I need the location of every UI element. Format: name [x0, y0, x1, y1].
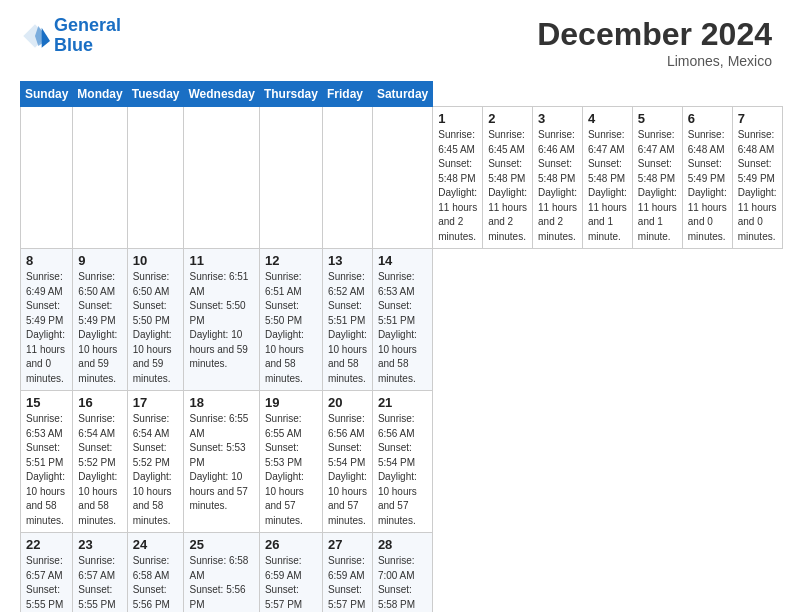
daylight: Daylight: 10 hours and 59 minutes. — [133, 329, 172, 384]
sunrise: Sunrise: 6:56 AM — [378, 413, 415, 439]
calendar-week-row: 8 Sunrise: 6:49 AM Sunset: 5:49 PM Dayli… — [21, 249, 783, 391]
table-row: 2 Sunrise: 6:45 AM Sunset: 5:48 PM Dayli… — [483, 107, 533, 249]
table-row — [127, 107, 184, 249]
sunset: Sunset: 5:50 PM — [133, 300, 170, 326]
table-row — [21, 107, 73, 249]
page: General Blue December 2024 Limones, Mexi… — [0, 0, 792, 612]
day-info: Sunrise: 6:47 AM Sunset: 5:48 PM Dayligh… — [588, 128, 627, 244]
calendar-body: 1 Sunrise: 6:45 AM Sunset: 5:48 PM Dayli… — [21, 107, 783, 613]
day-info: Sunrise: 6:58 AM Sunset: 5:56 PM Dayligh… — [133, 554, 179, 612]
sunrise: Sunrise: 6:50 AM — [133, 271, 170, 297]
sunset: Sunset: 5:57 PM — [265, 584, 302, 610]
day-info: Sunrise: 6:51 AM Sunset: 5:50 PM Dayligh… — [189, 270, 253, 372]
daylight: Daylight: 10 hours and 58 minutes. — [78, 471, 117, 526]
day-info: Sunrise: 6:52 AM Sunset: 5:51 PM Dayligh… — [328, 270, 367, 386]
day-info: Sunrise: 6:45 AM Sunset: 5:48 PM Dayligh… — [438, 128, 477, 244]
daylight: Daylight: 10 hours and 58 minutes. — [265, 329, 304, 384]
sunrise: Sunrise: 6:53 AM — [378, 271, 415, 297]
daylight: Daylight: 10 hours and 59 minutes. — [78, 329, 117, 384]
sunset: Sunset: 5:51 PM — [26, 442, 63, 468]
table-row: 4 Sunrise: 6:47 AM Sunset: 5:48 PM Dayli… — [582, 107, 632, 249]
sunrise: Sunrise: 6:45 AM — [438, 129, 475, 155]
sunset: Sunset: 5:50 PM — [189, 300, 245, 326]
sunrise: Sunrise: 6:50 AM — [78, 271, 115, 297]
col-monday: Monday — [73, 82, 127, 107]
day-info: Sunrise: 6:49 AM Sunset: 5:49 PM Dayligh… — [26, 270, 67, 386]
sunset: Sunset: 5:52 PM — [78, 442, 115, 468]
sunset: Sunset: 5:58 PM — [378, 584, 415, 610]
daylight: Daylight: 11 hours and 2 minutes. — [488, 187, 527, 242]
sunset: Sunset: 5:50 PM — [265, 300, 302, 326]
day-info: Sunrise: 6:53 AM Sunset: 5:51 PM Dayligh… — [26, 412, 67, 528]
day-number: 16 — [78, 395, 121, 410]
calendar-week-row: 15 Sunrise: 6:53 AM Sunset: 5:51 PM Dayl… — [21, 391, 783, 533]
day-number: 12 — [265, 253, 317, 268]
daylight: Daylight: 10 hours and 58 minutes. — [378, 329, 417, 384]
day-number: 4 — [588, 111, 627, 126]
table-row: 14 Sunrise: 6:53 AM Sunset: 5:51 PM Dayl… — [372, 249, 432, 391]
sunset: Sunset: 5:51 PM — [328, 300, 365, 326]
day-number: 24 — [133, 537, 179, 552]
table-row: 12 Sunrise: 6:51 AM Sunset: 5:50 PM Dayl… — [259, 249, 322, 391]
table-row: 15 Sunrise: 6:53 AM Sunset: 5:51 PM Dayl… — [21, 391, 73, 533]
sunrise: Sunrise: 6:55 AM — [189, 413, 248, 439]
table-row: 22 Sunrise: 6:57 AM Sunset: 5:55 PM Dayl… — [21, 533, 73, 613]
table-row: 16 Sunrise: 6:54 AM Sunset: 5:52 PM Dayl… — [73, 391, 127, 533]
day-number: 9 — [78, 253, 121, 268]
daylight: Daylight: 10 hours and 57 minutes. — [378, 471, 417, 526]
day-number: 18 — [189, 395, 253, 410]
table-row: 24 Sunrise: 6:58 AM Sunset: 5:56 PM Dayl… — [127, 533, 184, 613]
logo-text: General Blue — [54, 16, 121, 56]
table-row — [184, 107, 259, 249]
table-row: 6 Sunrise: 6:48 AM Sunset: 5:49 PM Dayli… — [682, 107, 732, 249]
sunrise: Sunrise: 6:59 AM — [328, 555, 365, 581]
col-thursday: Thursday — [259, 82, 322, 107]
daylight: Daylight: 11 hours and 0 minutes. — [688, 187, 727, 242]
table-row: 18 Sunrise: 6:55 AM Sunset: 5:53 PM Dayl… — [184, 391, 259, 533]
sunset: Sunset: 5:53 PM — [189, 442, 245, 468]
table-row: 17 Sunrise: 6:54 AM Sunset: 5:52 PM Dayl… — [127, 391, 184, 533]
sunrise: Sunrise: 6:56 AM — [328, 413, 365, 439]
calendar-week-row: 1 Sunrise: 6:45 AM Sunset: 5:48 PM Dayli… — [21, 107, 783, 249]
sunrise: Sunrise: 6:57 AM — [78, 555, 115, 581]
daylight: Daylight: 10 hours and 59 minutes. — [189, 329, 247, 369]
daylight: Daylight: 10 hours and 57 minutes. — [189, 471, 247, 511]
sunrise: Sunrise: 6:47 AM — [638, 129, 675, 155]
day-info: Sunrise: 6:59 AM Sunset: 5:57 PM Dayligh… — [328, 554, 367, 612]
logo-icon — [20, 21, 50, 51]
table-row — [73, 107, 127, 249]
day-info: Sunrise: 6:58 AM Sunset: 5:56 PM Dayligh… — [189, 554, 253, 612]
table-row: 7 Sunrise: 6:48 AM Sunset: 5:49 PM Dayli… — [732, 107, 782, 249]
daylight: Daylight: 11 hours and 2 minutes. — [538, 187, 577, 242]
day-info: Sunrise: 6:56 AM Sunset: 5:54 PM Dayligh… — [378, 412, 427, 528]
sunrise: Sunrise: 6:54 AM — [133, 413, 170, 439]
table-row: 1 Sunrise: 6:45 AM Sunset: 5:48 PM Dayli… — [433, 107, 483, 249]
sunset: Sunset: 5:48 PM — [488, 158, 525, 184]
sunset: Sunset: 5:54 PM — [328, 442, 365, 468]
table-row: 9 Sunrise: 6:50 AM Sunset: 5:49 PM Dayli… — [73, 249, 127, 391]
day-info: Sunrise: 6:48 AM Sunset: 5:49 PM Dayligh… — [688, 128, 727, 244]
table-row: 8 Sunrise: 6:49 AM Sunset: 5:49 PM Dayli… — [21, 249, 73, 391]
table-row: 26 Sunrise: 6:59 AM Sunset: 5:57 PM Dayl… — [259, 533, 322, 613]
sunrise: Sunrise: 6:57 AM — [26, 555, 63, 581]
day-info: Sunrise: 6:56 AM Sunset: 5:54 PM Dayligh… — [328, 412, 367, 528]
day-info: Sunrise: 6:59 AM Sunset: 5:57 PM Dayligh… — [265, 554, 317, 612]
day-number: 3 — [538, 111, 577, 126]
sunrise: Sunrise: 6:52 AM — [328, 271, 365, 297]
day-info: Sunrise: 6:54 AM Sunset: 5:52 PM Dayligh… — [133, 412, 179, 528]
sunrise: Sunrise: 6:51 AM — [189, 271, 248, 297]
table-row: 27 Sunrise: 6:59 AM Sunset: 5:57 PM Dayl… — [322, 533, 372, 613]
sunrise: Sunrise: 6:58 AM — [133, 555, 170, 581]
sunset: Sunset: 5:49 PM — [688, 158, 725, 184]
daylight: Daylight: 11 hours and 1 minute. — [638, 187, 677, 242]
daylight: Daylight: 11 hours and 0 minutes. — [26, 329, 65, 384]
day-number: 28 — [378, 537, 427, 552]
daylight: Daylight: 11 hours and 0 minutes. — [738, 187, 777, 242]
sunset: Sunset: 5:51 PM — [378, 300, 415, 326]
table-row: 13 Sunrise: 6:52 AM Sunset: 5:51 PM Dayl… — [322, 249, 372, 391]
day-number: 7 — [738, 111, 777, 126]
sunrise: Sunrise: 6:53 AM — [26, 413, 63, 439]
daylight: Daylight: 10 hours and 57 minutes. — [328, 471, 367, 526]
day-number: 6 — [688, 111, 727, 126]
col-sunday: Sunday — [21, 82, 73, 107]
